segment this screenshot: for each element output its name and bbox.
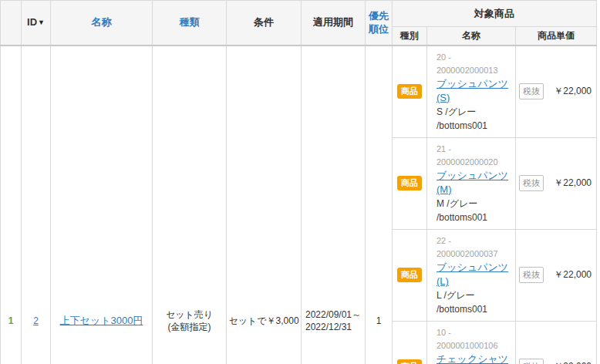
set-pricing-table: ID▼ 名称 種類 条件 適用期間 優先順位 対象商品 種別 名称 商品単価 1…: [0, 0, 597, 364]
column-header-id[interactable]: ID▼: [22, 1, 51, 46]
product-price-cell: 税抜 ￥22,000: [516, 137, 597, 229]
rule-id-cell: 2: [22, 46, 51, 364]
rule-name-cell: 上下セット3000円: [51, 46, 153, 364]
product-name-link[interactable]: チェックシャツ(S): [437, 353, 508, 364]
product-badge: 商品: [397, 359, 422, 364]
column-header-product-name: 名称: [427, 27, 516, 46]
rule-name-link[interactable]: 上下セット3000円: [60, 315, 143, 326]
rule-priority-cell: 1: [366, 46, 393, 364]
product-badge: 商品: [397, 84, 422, 99]
column-header-name[interactable]: 名称: [51, 1, 153, 46]
product-id-line: 20 - 2000002000013: [437, 51, 512, 77]
product-name-cell: 22 - 2000002000037 ブッシュパンツ(L) L /グレー /bo…: [427, 229, 516, 321]
product-price: ￥22,000: [554, 177, 592, 189]
product-name-cell: 21 - 2000002000020 ブッシュパンツ(M) M /グレー /bo…: [427, 137, 516, 229]
product-id-line: 22 - 2000002000037: [437, 234, 512, 261]
rule-condition-cell: セットで￥3,000: [227, 46, 302, 364]
product-kind-cell: 商品: [393, 46, 427, 138]
tax-excluded-badge: 税抜: [519, 267, 544, 283]
rule-id-link[interactable]: 2: [33, 315, 39, 326]
sort-desc-icon: ▼: [38, 19, 45, 26]
product-detail-line1: L /グレー: [437, 288, 512, 302]
product-price-cell: 税抜 ￥22,000: [516, 46, 597, 138]
product-id-line: 10 - 2000001000106: [437, 326, 512, 352]
product-kind-cell: 商品: [393, 137, 427, 229]
product-kind-cell: 商品: [393, 321, 427, 364]
product-price-cell: 税抜 ￥22,000: [516, 321, 597, 364]
table-row: 1 2 上下セット3000円 セット売り (金額指定) セットで￥3,000 2…: [1, 46, 597, 138]
column-header-target-products: 対象商品: [393, 1, 597, 27]
rule-period-cell: 2022/09/01～ 2022/12/31: [302, 46, 366, 364]
rule-type-cell: セット売り (金額指定): [153, 46, 227, 364]
tax-excluded-badge: 税抜: [519, 175, 544, 191]
product-detail-line1: M /グレー: [437, 197, 512, 211]
product-detail-line2: /bottoms001: [437, 119, 512, 133]
product-price: ￥22,000: [554, 268, 592, 281]
column-header-period: 適用期間: [302, 1, 366, 46]
product-badge: 商品: [397, 268, 422, 282]
product-detail-line1: S /グレー: [437, 105, 512, 119]
row-number: 1: [1, 46, 22, 364]
rule-period-start: 2022/09/01～: [305, 308, 361, 321]
row-number-header: [1, 1, 22, 46]
product-name-link[interactable]: ブッシュパンツ(S): [437, 78, 508, 103]
column-header-priority[interactable]: 優先順位: [366, 1, 393, 46]
product-price: ￥22,000: [554, 360, 592, 364]
product-price: ￥22,000: [554, 85, 592, 97]
product-name-cell: 20 - 2000002000013 ブッシュパンツ(S) S /グレー /bo…: [427, 46, 516, 138]
tax-excluded-badge: 税抜: [519, 83, 544, 99]
column-header-unit-price: 商品単価: [516, 27, 597, 46]
product-detail-line2: /bottoms001: [437, 211, 512, 224]
product-name-link[interactable]: ブッシュパンツ(L): [437, 261, 508, 287]
column-header-type[interactable]: 種類: [153, 1, 227, 46]
id-header-label: ID: [27, 16, 37, 28]
product-id-line: 21 - 2000002000020: [437, 143, 512, 169]
product-price-cell: 税抜 ￥22,000: [516, 229, 597, 321]
tax-excluded-badge: 税抜: [519, 359, 544, 364]
product-detail-line2: /bottoms001: [437, 302, 512, 316]
product-name-cell: 10 - 2000001000106 チェックシャツ(S) S /ブルー /to…: [427, 321, 516, 364]
product-badge: 商品: [397, 176, 422, 190]
rule-type-line1: セット売り: [166, 308, 213, 321]
rule-type-line2: (金額指定): [166, 321, 213, 333]
product-name-link[interactable]: ブッシュパンツ(M): [437, 170, 508, 195]
rule-period-end: 2022/12/31: [305, 321, 361, 333]
product-kind-cell: 商品: [393, 229, 427, 321]
column-header-kind: 種別: [393, 27, 427, 46]
column-header-condition: 条件: [227, 1, 302, 46]
